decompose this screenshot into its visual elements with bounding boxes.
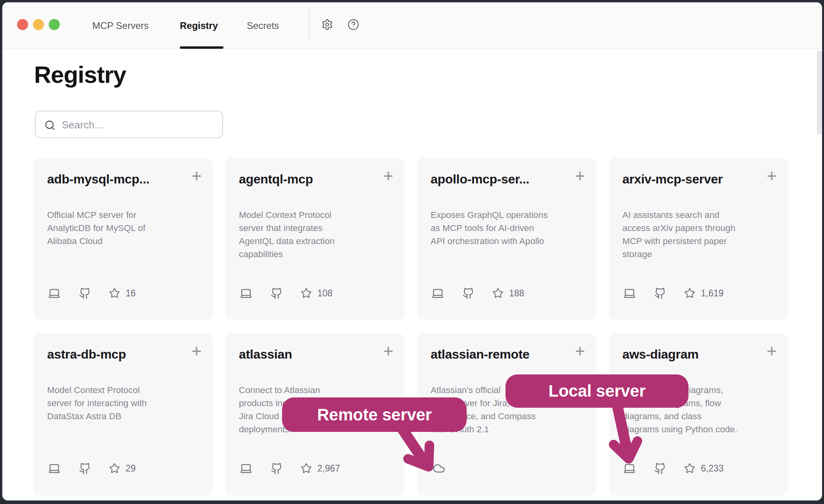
github-icon[interactable] xyxy=(654,462,666,475)
card-footer: 29 xyxy=(48,461,136,475)
titlebar-divider xyxy=(309,9,309,40)
github-icon[interactable] xyxy=(271,287,283,300)
add-server-icon[interactable]: + xyxy=(191,167,202,185)
star-icon xyxy=(492,288,504,299)
laptop-icon xyxy=(48,462,61,475)
close-window-button[interactable] xyxy=(17,19,28,30)
star-count: 108 xyxy=(317,288,332,299)
desktop-background: MCP Servers Registry Secrets Registry ad… xyxy=(0,0,824,504)
add-server-icon[interactable]: + xyxy=(383,342,393,360)
add-server-icon[interactable]: + xyxy=(383,167,393,185)
card-footer: 188 xyxy=(431,286,524,300)
laptop-icon xyxy=(240,462,252,475)
star-icon xyxy=(684,463,695,474)
star-icon xyxy=(301,288,312,299)
server-card-arxiv-mcp-server[interactable]: arxiv-mcp-server + AI assistants search … xyxy=(609,158,788,321)
star-count: 29 xyxy=(126,463,136,474)
add-server-icon[interactable]: + xyxy=(575,342,585,360)
star-icon xyxy=(684,288,695,299)
local-server-callout: Local server xyxy=(505,374,689,408)
app-window: MCP Servers Registry Secrets Registry ad… xyxy=(2,2,822,500)
server-name: adb-mysql-mcp... xyxy=(47,172,149,187)
search-input[interactable] xyxy=(61,111,213,138)
tab-registry[interactable]: Registry xyxy=(180,2,218,49)
github-icon[interactable] xyxy=(79,462,91,475)
server-name: atlassian xyxy=(239,347,292,362)
server-description: Model Context Protocolserver for interac… xyxy=(47,384,147,423)
tab-mcp-servers[interactable]: MCP Servers xyxy=(92,2,149,49)
laptop-icon xyxy=(623,462,636,475)
minimize-window-button[interactable] xyxy=(33,19,44,30)
add-server-icon[interactable]: + xyxy=(575,167,585,185)
search-icon xyxy=(44,120,55,131)
star-count: 6,233 xyxy=(701,463,724,474)
star-icon xyxy=(301,463,312,474)
remote-server-label: Remote server xyxy=(317,405,431,424)
server-card-agentql-mcp[interactable]: agentql-mcp + Model Context Protocolserv… xyxy=(225,158,404,321)
server-description: Official MCP server forAnalyticDB for My… xyxy=(47,208,145,248)
server-description: AI assistants search andaccess arXiv pap… xyxy=(622,208,735,261)
laptop-icon xyxy=(48,287,61,300)
add-server-icon[interactable]: + xyxy=(191,342,202,360)
star-count: 188 xyxy=(509,288,524,299)
github-icon[interactable] xyxy=(79,287,91,300)
local-server-label: Local server xyxy=(548,382,645,401)
github-icon[interactable] xyxy=(654,287,666,300)
add-server-icon[interactable]: + xyxy=(767,342,777,360)
card-footer: 6,233 xyxy=(623,461,724,475)
scrollbar-thumb[interactable] xyxy=(817,51,822,135)
server-name: atlassian-remote xyxy=(431,347,530,362)
remote-server-callout: Remote server xyxy=(282,397,467,432)
tab-secrets[interactable]: Secrets xyxy=(247,2,279,49)
server-name: agentql-mcp xyxy=(239,172,313,187)
star-count: 1,619 xyxy=(701,288,724,299)
star-count: 2,967 xyxy=(317,463,340,474)
card-footer xyxy=(431,461,446,475)
active-tab-underline xyxy=(180,46,223,49)
server-name: astra-db-mcp xyxy=(47,347,126,362)
cloud-icon xyxy=(431,462,446,475)
tab-label: Registry xyxy=(180,20,218,31)
star-icon xyxy=(109,288,120,299)
tab-label: MCP Servers xyxy=(92,20,149,31)
laptop-icon xyxy=(240,287,252,300)
laptop-icon xyxy=(431,287,444,300)
card-footer: 16 xyxy=(48,286,136,300)
server-name: aws-diagram xyxy=(622,347,698,362)
server-description: Model Context Protocolserver that integr… xyxy=(239,208,335,261)
settings-gear-icon[interactable] xyxy=(321,19,333,31)
page-title: Registry xyxy=(34,61,126,88)
server-card-aws-diagram[interactable]: aws-diagram + Generate AWS diagrams,sequ… xyxy=(609,333,788,496)
server-card-apollo-mcp-server[interactable]: apollo-mcp-ser... + Exposes GraphQL oper… xyxy=(417,158,596,321)
server-name: arxiv-mcp-server xyxy=(622,172,723,187)
zoom-window-button[interactable] xyxy=(49,19,60,30)
github-icon[interactable] xyxy=(462,287,475,300)
server-description: Exposes GraphQL operationsas MCP tools f… xyxy=(431,208,548,248)
card-footer: 1,619 xyxy=(623,286,724,300)
help-icon[interactable] xyxy=(347,19,359,31)
add-server-icon[interactable]: + xyxy=(767,167,777,185)
server-card-adb-mysql-mcp[interactable]: adb-mysql-mcp... + Official MCP server f… xyxy=(34,158,213,321)
star-icon xyxy=(109,463,120,474)
titlebar: MCP Servers Registry Secrets xyxy=(2,2,822,49)
star-count: 16 xyxy=(126,288,136,299)
github-icon[interactable] xyxy=(271,462,283,475)
search-box[interactable] xyxy=(35,111,223,138)
server-card-astra-db-mcp[interactable]: astra-db-mcp + Model Context Protocolser… xyxy=(34,333,213,496)
server-name: apollo-mcp-ser... xyxy=(431,172,529,187)
card-footer: 108 xyxy=(240,286,332,300)
tab-label: Secrets xyxy=(247,20,279,31)
laptop-icon xyxy=(623,287,636,300)
card-footer: 2,967 xyxy=(240,461,340,475)
